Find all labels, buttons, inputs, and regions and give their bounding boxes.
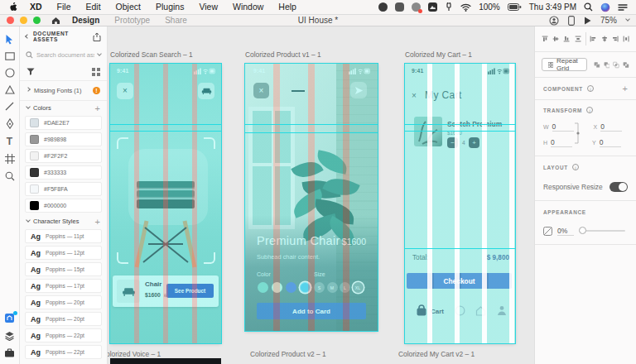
add-color-button[interactable]: + [95,104,100,113]
zoom-tool[interactable] [5,171,15,181]
rectangle-tool[interactable] [5,52,15,60]
repeat-grid-button[interactable]: Repeat Grid [542,58,587,71]
opacity-value[interactable]: 0% [557,227,574,236]
artboard-title[interactable]: Colorized Product v2 – 1 [250,350,326,358]
style-list-item[interactable]: Ag Poppins — 11pt [20,228,107,245]
filter-icon[interactable] [26,68,35,75]
polygon-tool[interactable] [5,85,15,94]
artboard-scan-search[interactable]: 9:41 × Chair $1600 $2000 [110,64,221,343]
export-share-icon[interactable] [93,32,101,41]
siri-icon[interactable] [600,2,610,12]
menubar-item[interactable]: Object [108,0,148,14]
layers-panel-button[interactable] [4,331,15,341]
photos-status-icon[interactable] [428,2,437,12]
boolean-add-icon[interactable] [594,60,600,70]
device-preview-icon[interactable] [568,16,575,26]
add-to-cart-button[interactable]: Add to Card [257,303,366,319]
color-list-item[interactable]: #F2F2F2 [20,148,107,165]
home-icon[interactable] [51,17,60,25]
artboard-tool[interactable] [5,154,15,164]
close-icon[interactable]: × [412,91,417,100]
align-right-icon[interactable] [612,34,619,44]
opacity-slider-knob[interactable] [579,227,586,234]
artboard-title[interactable]: Colorized My Cart v2 – 1 [398,350,475,358]
style-list-item[interactable]: Ag Poppins — 20pt [20,311,107,328]
document-title[interactable]: UI House * [298,16,338,25]
close-button[interactable]: × [117,83,133,99]
zoom-chevron-icon[interactable] [625,17,630,22]
menubar-item[interactable]: File [50,0,79,14]
distribute-horizontal-icon[interactable] [623,34,629,44]
responsive-resize-toggle[interactable] [610,182,628,192]
info-icon[interactable]: i [587,85,594,92]
artboard-title[interactable]: Colorized Voice – 1 [108,350,161,358]
asset-search-field[interactable]: Search document ass [20,46,107,63]
height-input[interactable]: 0 [551,138,572,147]
paw-status-icon[interactable] [378,2,388,12]
zoom-level[interactable]: 75% [600,16,617,25]
cart-icon[interactable] [415,304,428,317]
product-card[interactable]: Chair $1600 $2000 See Product [113,275,219,307]
close-button[interactable]: × [253,83,269,98]
color-list-item[interactable]: #333333 [20,165,107,181]
color-list-item[interactable]: #989898 [20,132,107,148]
style-list-item[interactable]: Ag Poppins — 17pt [20,278,107,295]
artboard-voice-edge[interactable] [110,358,221,364]
back-chevron-icon[interactable] [25,34,30,39]
spotlight-search-icon[interactable] [584,2,593,12]
x-input[interactable]: 0 [600,122,622,132]
design-canvas[interactable]: Colorized Scan Search – 1 Colorized Prod… [108,26,534,364]
menubar-item[interactable]: Plugins [148,0,191,14]
see-product-button[interactable]: See Product [166,284,214,298]
align-bottom-icon[interactable] [563,34,570,44]
color-list-item[interactable]: #F5F8FA [20,181,107,198]
grid-view-icon[interactable] [92,68,100,76]
missing-fonts-row[interactable]: Missing Fonts (1) ! [20,81,107,101]
width-input[interactable]: 0 [552,122,574,132]
size-option[interactable]: L [340,282,350,293]
artboard-title[interactable]: Colorized Scan Search – 1 [110,50,193,59]
add-component-button[interactable]: + [623,84,628,93]
opacity-slider[interactable] [579,230,625,232]
text-tool[interactable]: T [7,136,12,146]
minimize-window-button[interactable] [20,17,27,24]
distribute-vertical-icon[interactable] [575,34,581,44]
record-status-icon[interactable] [412,2,421,12]
info-icon[interactable]: i [572,164,579,170]
share-button[interactable] [350,82,367,98]
wifi-icon[interactable] [460,3,471,12]
mode-tab[interactable]: Prototype [114,15,150,26]
info-icon[interactable]: i [586,107,593,113]
chat-icon[interactable] [455,305,465,316]
colors-section-header[interactable]: Colors + [20,101,107,115]
character-styles-header[interactable]: Character Styles + [20,214,107,228]
search-chevron-icon[interactable] [97,51,102,56]
artboard-my-cart[interactable]: 9:41 × My Cart Scotch Premium $1600 − 4 … [405,64,515,343]
mode-tab[interactable]: Design [72,15,99,26]
align-middle-icon[interactable] [552,34,559,44]
ellipse-tool[interactable] [5,68,15,78]
feedback-user-icon[interactable] [549,16,559,26]
align-left-icon[interactable] [590,34,596,44]
furniture-scan-button[interactable] [198,83,214,99]
menubar-item[interactable]: Help [271,0,304,14]
line-tool[interactable] [5,102,14,111]
menubar-item[interactable]: Window [225,0,271,14]
play-preview-icon[interactable] [584,17,591,25]
notification-list-icon[interactable] [618,3,628,12]
align-top-icon[interactable] [542,34,548,44]
style-list-item[interactable]: Ag Poppins — 15pt [20,261,107,278]
y-input[interactable]: 0 [600,138,621,147]
style-list-item[interactable]: Ag Poppins — 20pt [20,295,107,311]
style-list-item[interactable]: Ag Poppins — 22pt [20,344,107,361]
apple-menu-icon[interactable] [8,2,17,12]
boolean-subtract-icon[interactable] [604,60,610,70]
accessory-status-icon[interactable] [445,2,453,12]
align-center-icon[interactable] [601,34,608,44]
zoom-window-button[interactable] [33,17,41,24]
quantity-plus-button[interactable]: + [469,137,479,148]
nav-cart-label[interactable]: Cart [431,308,444,315]
boolean-exclude-icon[interactable] [623,60,629,70]
style-list-item[interactable]: Ag Poppins — 12pt [20,245,107,261]
artboard-title[interactable]: Colorized My Cart – 1 [405,50,472,59]
